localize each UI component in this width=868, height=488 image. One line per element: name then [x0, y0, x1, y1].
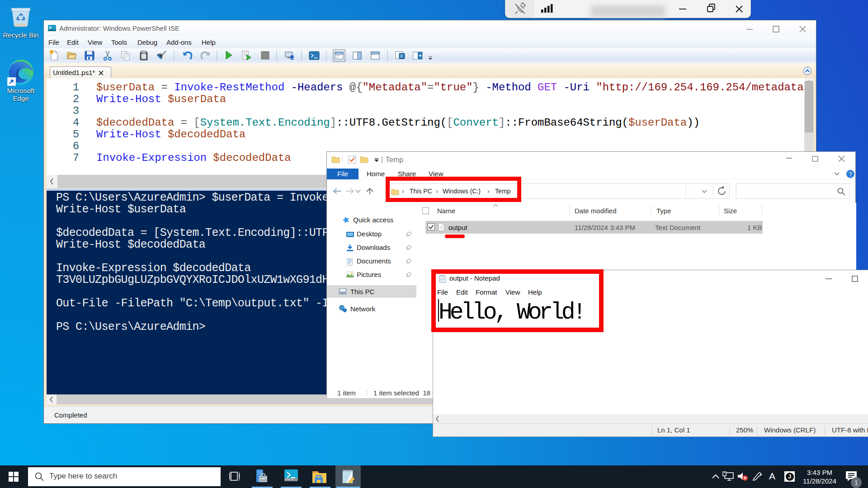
svg-text:?: ?: [849, 171, 852, 178]
